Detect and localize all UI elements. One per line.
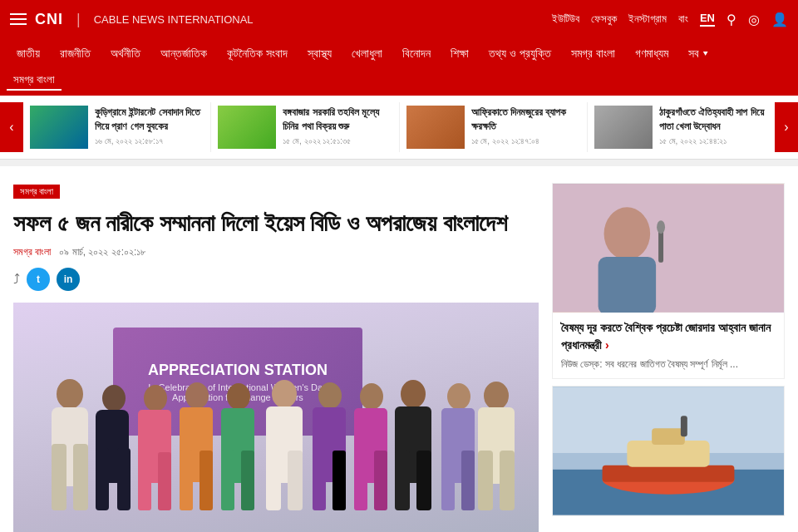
svg-rect-6 bbox=[96, 448, 109, 510]
svg-point-32 bbox=[401, 380, 426, 408]
nav-international[interactable]: আন্তর্জাতিক bbox=[150, 38, 217, 69]
article-tag[interactable]: সমগ্র বাংলা bbox=[13, 185, 60, 199]
sub-nav-all-bengal[interactable]: সমগ্র বাংলা bbox=[7, 71, 62, 91]
svg-rect-34 bbox=[395, 451, 410, 510]
nav-economy[interactable]: অর্থনীতি bbox=[101, 38, 150, 69]
lang-en[interactable]: EN bbox=[700, 12, 715, 27]
slider-thumb-4 bbox=[594, 106, 653, 149]
nav-politics[interactable]: রাজনীতি bbox=[50, 38, 101, 69]
nav-sports[interactable]: খেলাধুলা bbox=[342, 38, 392, 69]
article-section[interactable]: সমগ্র বাংলা bbox=[13, 246, 51, 258]
linkedin-share-button[interactable]: in bbox=[57, 268, 80, 291]
svg-point-12 bbox=[185, 382, 209, 409]
nav-tech[interactable]: তথ্য ও প্রযুক্তি bbox=[479, 38, 561, 69]
notification-icon[interactable]: ◎ bbox=[748, 12, 760, 27]
nav-diplomatic[interactable]: কূটনৈতিক সংবাদ bbox=[217, 38, 298, 69]
twitter-share-button[interactable]: t bbox=[27, 268, 50, 291]
svg-point-36 bbox=[447, 383, 470, 410]
svg-point-16 bbox=[227, 383, 250, 410]
slider-thumb-3 bbox=[406, 106, 465, 149]
instagram-link[interactable]: ইনস্টাগ্রাম bbox=[628, 12, 667, 26]
nav-national[interactable]: জাতীয় bbox=[7, 38, 50, 69]
sub-nav: সমগ্র বাংলা bbox=[0, 69, 798, 96]
article-image: APPRECIATION STATION In Celebration of I… bbox=[13, 303, 539, 532]
svg-rect-30 bbox=[354, 451, 367, 510]
slider-prev-button[interactable]: ‹ bbox=[0, 102, 23, 152]
slider-item: আফ্রিকাতে দিনমজুরের ব্যাপক ক্ষরক্ষতি ১৫ … bbox=[400, 102, 588, 152]
news-slider: ‹ কুড়িগ্রামে ইন্টারনেট সেবাদান দিতে গিয… bbox=[0, 96, 798, 160]
svg-point-4 bbox=[102, 385, 126, 411]
svg-rect-47 bbox=[658, 229, 663, 263]
main-nav: জাতীয় রাজনীতি অর্থনীতি আন্তর্জাতিক কূটন… bbox=[0, 38, 798, 69]
nav-all-bengal[interactable]: সমগ্র বাংলা bbox=[561, 38, 625, 69]
logo-short: CNI bbox=[35, 11, 63, 28]
svg-rect-42 bbox=[478, 451, 493, 510]
lang-bn[interactable]: বাং bbox=[678, 12, 688, 26]
pm-image-svg bbox=[553, 184, 784, 313]
slider-items-container: কুড়িগ্রামে ইন্টারনেট সেবাদান দিতে গিয়ে… bbox=[23, 102, 775, 152]
people-silhouettes bbox=[13, 352, 539, 532]
main-content-area: সমগ্র বাংলা সফল ৫ জন নারীকে সম্মাননা দিল… bbox=[0, 166, 798, 532]
sidebar-card-pm-body: বৈষম্য দূর করতে বৈশ্বিক প্রচেষ্টা জোরদার… bbox=[553, 313, 784, 378]
header-right: ইউটিউব ফেসবুক ইনস্টাগ্রাম বাং EN ⚲ ◎ 👤 bbox=[552, 12, 788, 27]
user-icon[interactable]: 👤 bbox=[771, 12, 788, 27]
slider-headline-4[interactable]: ঠাকুরগাঁওতে ঐতিহ্যবাহী সাপ দিয়ে পাতা খে… bbox=[659, 106, 768, 134]
svg-point-8 bbox=[144, 385, 167, 411]
slider-thumb-2 bbox=[218, 106, 276, 149]
sidebar-card-pm-desc: নিউজ ডেস্ক: সব ধরনের জাতিগত বৈষম্য সম্পূ… bbox=[561, 357, 776, 372]
youtube-link[interactable]: ইউটিউব bbox=[552, 12, 579, 26]
svg-rect-10 bbox=[138, 452, 151, 510]
svg-point-28 bbox=[360, 383, 383, 410]
share-icon[interactable]: ⤴ bbox=[13, 272, 20, 287]
header-left: CNI | CABLE NEWS INTERNATIONAL bbox=[10, 11, 254, 28]
svg-rect-31 bbox=[374, 451, 387, 510]
boat-image-svg bbox=[553, 387, 784, 515]
nav-more[interactable]: সব ▾ bbox=[678, 38, 720, 69]
slider-date-3: ১৫ মে, ২০২২ ১২:৪৭:০৪ bbox=[471, 136, 580, 146]
slider-next-button[interactable]: › bbox=[775, 102, 798, 152]
slider-item: ঠাকুরগাঁওতে ঐতিহ্যবাহী সাপ দিয়ে পাতা খে… bbox=[588, 102, 775, 152]
svg-point-24 bbox=[318, 382, 342, 409]
sidebar-card-pm: বৈষম্য দূর করতে বৈশ্বিক প্রচেষ্টা জোরদার… bbox=[552, 183, 785, 379]
slider-headline-1[interactable]: কুড়িগ্রামে ইন্টারনেট সেবাদান দিতে গিয়ে… bbox=[95, 106, 204, 134]
article-sidebar: বৈষম্য দূর করতে বৈশ্বিক প্রচেষ্টা জোরদার… bbox=[552, 183, 785, 532]
nav-media[interactable]: গণমাধ্যম bbox=[625, 38, 678, 69]
sidebar-arrow-1: › bbox=[605, 338, 609, 352]
svg-rect-19 bbox=[241, 451, 254, 510]
search-icon[interactable]: ⚲ bbox=[727, 12, 736, 27]
svg-rect-55 bbox=[652, 428, 685, 445]
nav-education[interactable]: শিক্ষা bbox=[441, 38, 479, 69]
nav-health[interactable]: স্বাস্থ্য bbox=[298, 38, 342, 69]
svg-point-48 bbox=[657, 220, 665, 234]
nav-entertainment[interactable]: বিনোদন bbox=[392, 38, 441, 69]
social-share-row: ⤴ t in bbox=[13, 268, 539, 291]
article-title: সফল ৫ জন নারীকে সম্মাননা দিলো ইয়েস বিডি… bbox=[13, 207, 539, 239]
sidebar-card-boat bbox=[552, 386, 785, 516]
svg-rect-14 bbox=[180, 451, 193, 510]
facebook-link[interactable]: ফেসবুক bbox=[591, 12, 617, 26]
svg-rect-43 bbox=[500, 451, 515, 510]
article-meta: সমগ্র বাংলা ০৯ মার্চ, ২০২২ ২৫:০২:১৮ bbox=[13, 246, 539, 258]
svg-rect-15 bbox=[200, 451, 213, 510]
twitter-icon: t bbox=[37, 273, 40, 285]
site-header: CNI | CABLE NEWS INTERNATIONAL ইউটিউব ফে… bbox=[0, 0, 798, 38]
svg-rect-39 bbox=[461, 451, 475, 510]
article-main: সমগ্র বাংলা সফল ৫ জন নারীকে সম্মাননা দিল… bbox=[13, 183, 539, 532]
slider-headline-2[interactable]: বঙ্গবাজার সরকারি তহবিল মূল্যে চিনির পথা … bbox=[283, 106, 392, 134]
svg-rect-27 bbox=[332, 451, 346, 510]
svg-point-0 bbox=[57, 379, 83, 409]
svg-rect-11 bbox=[158, 452, 171, 510]
svg-rect-46 bbox=[598, 257, 657, 313]
svg-rect-53 bbox=[603, 466, 735, 482]
slider-headline-3[interactable]: আফ্রিকাতে দিনমজুরের ব্যাপক ক্ষরক্ষতি bbox=[471, 106, 580, 134]
svg-rect-2 bbox=[52, 444, 66, 510]
svg-rect-56 bbox=[681, 416, 687, 436]
slider-date-2: ১৫ মে, ২০২২ ১২:৫১:৩৫ bbox=[283, 136, 392, 146]
logo-separator: | bbox=[76, 11, 81, 28]
linkedin-icon: in bbox=[64, 273, 73, 285]
hamburger-menu[interactable] bbox=[10, 13, 27, 25]
slider-thumb-1 bbox=[30, 106, 88, 149]
sidebar-card-pm-title[interactable]: বৈষম্য দূর করতে বৈশ্বিক প্রচেষ্টা জোরদার… bbox=[561, 319, 776, 354]
svg-rect-44 bbox=[553, 185, 784, 313]
svg-rect-3 bbox=[73, 444, 88, 510]
